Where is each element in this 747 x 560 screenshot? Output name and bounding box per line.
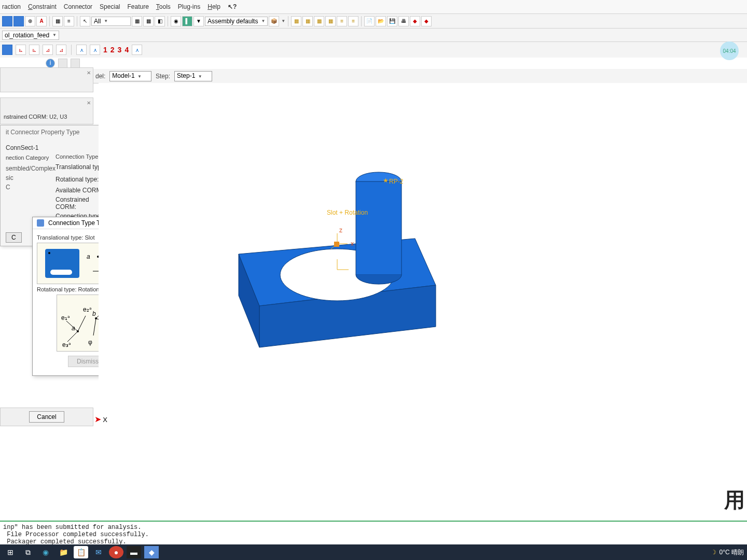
step-select[interactable]: Step-1 ▼: [174, 71, 212, 81]
cat-assembled[interactable]: sembled/Complex: [6, 164, 50, 173]
svg-point-15: [77, 330, 79, 332]
axis-icon[interactable]: ⋏: [76, 45, 87, 55]
new-icon[interactable]: 📄: [364, 16, 375, 26]
mail-icon[interactable]: ✉: [91, 546, 106, 558]
coord-toolbar: ⊾ ⊾ ⊿ ⊿ ⋏ ⋏ 1 2 3 4 ⋏: [0, 42, 747, 58]
terminal-icon[interactable]: ▬: [127, 546, 141, 558]
csys-icon[interactable]: ⊿: [56, 45, 66, 55]
menu-plugins[interactable]: Plug-ins: [178, 3, 200, 10]
viewport[interactable]: ★ RP-2 Slot + Rotation x z ➤ X: [99, 83, 747, 441]
model-render: ★ RP-2 Slot + Rotation x z: [218, 150, 508, 399]
svg-point-16: [95, 317, 97, 319]
view-icon[interactable]: ▦: [302, 16, 313, 26]
view-icon[interactable]: ▦: [314, 16, 324, 26]
tool-icon[interactable]: ≡: [64, 16, 74, 26]
datum-4[interactable]: 4: [125, 46, 129, 54]
abaqus-icon[interactable]: ◆: [144, 546, 159, 558]
svg-text:a: a: [72, 325, 75, 332]
tool-icon[interactable]: ⊕: [25, 16, 35, 26]
model-select[interactable]: Model-1 ▼: [109, 71, 151, 81]
open-icon[interactable]: 📂: [376, 16, 386, 26]
info-icon[interactable]: i: [46, 59, 55, 68]
tool-icon[interactable]: [13, 16, 24, 26]
tool-icon[interactable]: ◆: [421, 16, 432, 26]
svg-rect-30: [356, 181, 402, 275]
left-panel-2: ✕ nstrained CORM: U2, U3: [0, 97, 93, 124]
close-icon[interactable]: ✕: [87, 70, 91, 76]
render-select[interactable]: Assembly defaults▼: [205, 17, 268, 26]
menu-constraint[interactable]: Constraint: [28, 3, 57, 10]
svg-text:z: z: [339, 227, 342, 234]
cat-basic[interactable]: sic: [6, 173, 50, 183]
svg-text:e₁ᵃ: e₁ᵃ: [61, 314, 70, 321]
menu-special[interactable]: Special: [100, 3, 120, 10]
svg-text:b: b: [92, 310, 96, 317]
svg-line-9: [67, 331, 78, 342]
datum-1[interactable]: 1: [103, 46, 107, 54]
tool-icon[interactable]: [58, 59, 67, 68]
whats-this-icon[interactable]: ↖?: [228, 3, 237, 10]
left-panel: ✕: [0, 67, 93, 92]
weather-text[interactable]: 0°C 晴朗: [720, 548, 744, 557]
cancel-button[interactable]: Cancel: [29, 411, 64, 423]
csys-icon[interactable]: ⊾: [16, 45, 26, 55]
ok-button[interactable]: C: [6, 232, 22, 243]
model-label: del:: [95, 73, 105, 80]
menu-help[interactable]: Help: [208, 3, 220, 10]
text-icon[interactable]: A: [36, 16, 47, 26]
secondary-toolbar: ol_rotation_feed▼: [0, 29, 747, 42]
rp2-label: ★: [383, 177, 389, 184]
tip-title: Connection Type Tip: [48, 219, 105, 227]
close-icon[interactable]: ✕: [87, 100, 91, 106]
csys-icon[interactable]: ⊿: [43, 45, 53, 55]
view-icon[interactable]: ≡: [348, 16, 358, 26]
view-icon[interactable]: ≡: [337, 16, 347, 26]
start-icon[interactable]: ⊞: [3, 546, 18, 558]
svg-text:φ: φ: [88, 339, 92, 346]
csys-icon[interactable]: ⊾: [29, 45, 39, 55]
print-icon[interactable]: 🖶: [398, 16, 409, 26]
view-icon[interactable]: ▦: [325, 16, 336, 26]
csys-icon[interactable]: [2, 45, 12, 55]
datum-3[interactable]: 3: [118, 46, 122, 54]
axis-icon[interactable]: ⋏: [132, 45, 142, 55]
menu-connector[interactable]: Connector: [64, 3, 92, 10]
view-icon[interactable]: ▦: [291, 16, 301, 26]
arrow-icon[interactable]: ↖: [80, 16, 90, 26]
svg-text:x: x: [351, 240, 354, 247]
taskbar: ⊞ ⧉ ◉ 📁 📋 ✉ ● ▬ ◆ ☽ 0°C 晴朗: [0, 544, 747, 560]
tool-icon[interactable]: ◉: [171, 16, 181, 26]
save-icon[interactable]: 💾: [387, 16, 397, 26]
svg-line-11: [78, 316, 86, 331]
menu-tools[interactable]: Tools: [156, 3, 171, 10]
svg-text:e₂ᵃ: e₂ᵃ: [83, 306, 92, 313]
tool-icon[interactable]: ▼: [193, 16, 204, 26]
menu-feature[interactable]: Feature: [127, 3, 148, 10]
taskview-icon[interactable]: ⧉: [21, 546, 35, 558]
tool-icon[interactable]: ▦: [132, 16, 142, 26]
menu-interaction[interactable]: raction: [2, 3, 21, 10]
tool-icon[interactable]: ▦: [52, 16, 63, 26]
tool-icon[interactable]: ▦: [143, 16, 154, 26]
axis-icon[interactable]: ⋏: [90, 45, 100, 55]
dropdown-icon[interactable]: ▼: [281, 19, 285, 23]
tool-icon[interactable]: ▌: [182, 16, 192, 26]
step-label: Step:: [156, 73, 170, 80]
tool-icon[interactable]: [71, 59, 80, 68]
tool-icon[interactable]: 📦: [269, 16, 279, 26]
explorer-icon[interactable]: 📁: [56, 546, 71, 558]
datum-2[interactable]: 2: [110, 46, 115, 54]
tool-icon[interactable]: ◆: [410, 16, 420, 26]
x-axis-label: X: [103, 416, 107, 424]
name-value: ConnSect-1: [6, 144, 38, 151]
cat-mpc[interactable]: C: [6, 183, 50, 192]
selection-filter[interactable]: All▼: [91, 17, 131, 26]
tool-icon[interactable]: [2, 16, 12, 26]
tool-icon[interactable]: ◧: [155, 16, 165, 26]
moon-icon: ☽: [711, 549, 716, 556]
app-icon[interactable]: 📋: [74, 546, 88, 558]
feed-select[interactable]: ol_rotation_feed▼: [2, 31, 59, 40]
edge-icon[interactable]: ◉: [38, 546, 53, 558]
app-icon[interactable]: ●: [109, 546, 123, 558]
svg-rect-38: [334, 242, 339, 247]
